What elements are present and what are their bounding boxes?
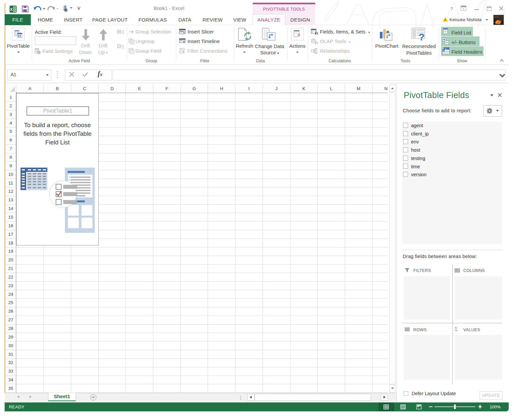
- svg-text:?: ?: [419, 31, 425, 42]
- svg-text:fx: fx: [315, 31, 318, 35]
- svg-text:fx: fx: [315, 40, 318, 44]
- svg-text:X: X: [10, 7, 13, 12]
- svg-text:7: 7: [131, 50, 133, 54]
